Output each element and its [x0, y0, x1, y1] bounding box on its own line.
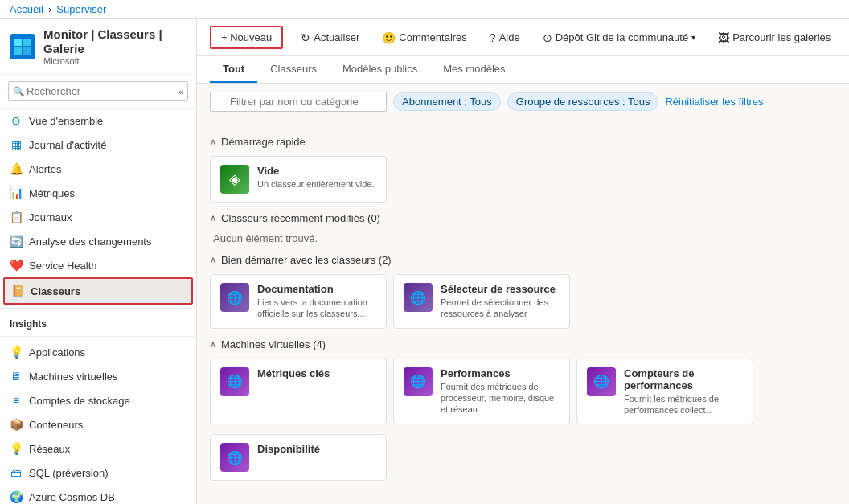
vue-ensemble-icon: ⊙ — [10, 114, 23, 127]
card-vide[interactable]: ◈ Vide Un classeur entièrement vide. — [210, 156, 387, 203]
tab-classeurs[interactable]: Classeurs — [257, 56, 330, 83]
reset-filters-link[interactable]: Réinitialiser les filtres — [665, 96, 763, 108]
sidebar-item-comptes-stockage[interactable]: ≡ Comptes de stockage — [0, 388, 196, 412]
sidebar: Monitor | Classeurs | Galerie Microsoft … — [0, 19, 197, 504]
sidebar-item-label: Service Health — [29, 260, 97, 272]
card-title: Disponibilité — [257, 443, 376, 455]
breadcrumb: Accueil › Superviser — [0, 0, 849, 19]
sidebar-item-journal[interactable]: ▦ Journal d'activité — [0, 133, 196, 157]
sidebar-item-label: Métriques — [29, 187, 75, 199]
no-items-text: Aucun élément trouvé. — [210, 232, 836, 244]
sidebar-item-analyse[interactable]: 🔄 Analyse des changements — [0, 229, 196, 253]
card-icon-vide: ◈ — [220, 165, 249, 194]
search-input[interactable] — [8, 81, 188, 101]
sidebar-item-cosmos[interactable]: 🌍 Azure Cosmos DB — [0, 485, 196, 504]
card-compteurs-performances[interactable]: 🌐 Compteurs de performances Fournit les … — [576, 359, 753, 425]
sidebar-item-applications[interactable]: 💡 Applications — [0, 340, 196, 364]
app-subtitle: Microsoft — [43, 56, 187, 66]
sidebar-item-label: Applications — [29, 346, 85, 359]
classeurs-icon: 📔 — [11, 285, 24, 297]
help-button[interactable]: ? Aide — [485, 28, 525, 47]
sidebar-item-sql[interactable]: 🗃 SQL (préversion) — [0, 461, 196, 485]
git-icon: ⊙ — [543, 31, 552, 44]
filter-bar: 🔍 Abonnement : Tous Groupe de ressources… — [197, 84, 849, 120]
svg-rect-3 — [23, 47, 31, 55]
app-title: Monitor | Classeurs | Galerie — [43, 27, 187, 56]
sidebar-item-label: Azure Cosmos DB — [29, 491, 115, 503]
subscription-filter[interactable]: Abonnement : Tous — [393, 92, 501, 111]
filter-input[interactable] — [210, 92, 387, 112]
reseaux-icon: 💡 — [10, 442, 23, 455]
journal-icon: ▦ — [10, 138, 23, 151]
new-button[interactable]: + Nouveau — [210, 26, 283, 49]
section-title: Démarrage rapide — [221, 136, 306, 148]
tab-modeles-publics[interactable]: Modèles publics — [330, 56, 430, 83]
sidebar-item-label: Vue d'ensemble — [29, 115, 103, 127]
section-title: Classeurs récemment modifiés (0) — [221, 212, 380, 224]
sidebar-item-alertes[interactable]: 🔔 Alertes — [0, 157, 196, 181]
comments-icon: 🙂 — [382, 31, 396, 44]
sidebar-item-label: Journal d'activité — [29, 139, 106, 151]
section-title: Machines virtuelles (4) — [221, 338, 326, 350]
svg-rect-0 — [14, 39, 22, 46]
sidebar-item-metriques[interactable]: 📊 Métriques — [0, 181, 196, 205]
sidebar-item-label: Analyse des changements — [29, 236, 151, 248]
svg-rect-2 — [14, 47, 22, 55]
comptes-stockage-icon: ≡ — [10, 394, 23, 407]
card-icon-disponibilite: 🌐 — [220, 443, 249, 472]
sidebar-item-journaux[interactable]: 📋 Journaux — [0, 205, 196, 229]
gallery: ∧ Démarrage rapide ◈ Vide Un classeur en… — [197, 120, 849, 504]
tab-tout[interactable]: Tout — [210, 56, 257, 83]
card-documentation[interactable]: 🌐 Documentation Liens vers la documentat… — [210, 274, 387, 329]
browse-button[interactable]: 🖼 Parcourir les galeries — [713, 28, 835, 47]
sidebar-item-service-health[interactable]: ❤️ Service Health — [0, 253, 196, 277]
sidebar-item-label: Classeurs — [31, 285, 80, 297]
chevron-icon[interactable]: ∧ — [210, 255, 216, 265]
card-metriques-cles[interactable]: 🌐 Métriques clés — [210, 359, 387, 425]
refresh-button[interactable]: ↻ Actualiser — [296, 28, 364, 47]
collapse-icon[interactable]: « — [178, 87, 183, 96]
card-icon-compteurs: 🌐 — [587, 367, 616, 396]
card-title: Performances — [441, 367, 560, 379]
chevron-icon[interactable]: ∧ — [210, 137, 216, 147]
machines-virtuelles-icon: 🖥 — [10, 370, 23, 383]
card-selecteur-ressource[interactable]: 🌐 Sélecteur de ressource Permet de sélec… — [393, 274, 570, 329]
breadcrumb-accueil[interactable]: Accueil — [10, 3, 43, 15]
cosmos-icon: 🌍 — [10, 490, 23, 503]
card-icon-documentation: 🌐 — [220, 283, 249, 312]
card-title: Vide — [257, 165, 376, 177]
comments-button[interactable]: 🙂 Commentaires — [377, 28, 472, 47]
main-content: + Nouveau ↻ Actualiser 🙂 Commentaires ? … — [197, 19, 849, 504]
journaux-icon: 📋 — [10, 211, 23, 223]
sidebar-item-reseaux[interactable]: 💡 Réseaux — [0, 436, 196, 461]
card-performances[interactable]: 🌐 Performances Fournit des métriques de … — [393, 359, 570, 425]
section-title: Bien démarrer avec les classeurs (2) — [221, 254, 392, 266]
sidebar-item-machines-virtuelles[interactable]: 🖥 Machines virtuelles — [0, 364, 196, 388]
sidebar-item-label: Conteneurs — [29, 419, 83, 431]
chevron-icon[interactable]: ∧ — [210, 213, 216, 223]
tabs: Tout Classeurs Modèles publics Mes modèl… — [197, 56, 849, 84]
card-icon-selecteur: 🌐 — [404, 283, 433, 312]
chevron-down-icon: ▾ — [691, 33, 695, 42]
section-bien-demarrer: ∧ Bien démarrer avec les classeurs (2) — [210, 254, 836, 266]
card-desc: Un classeur entièrement vide. — [257, 178, 376, 190]
cards-bien-demarrer: 🌐 Documentation Liens vers la documentat… — [210, 274, 836, 329]
card-disponibilite[interactable]: 🌐 Disponibilité — [210, 434, 387, 481]
tab-mes-modeles[interactable]: Mes modèles — [430, 56, 518, 83]
sidebar-item-conteneurs[interactable]: 📦 Conteneurs — [0, 412, 196, 436]
card-title: Métriques clés — [257, 367, 376, 379]
sidebar-item-classeurs[interactable]: 📔 Classeurs — [3, 277, 193, 305]
toolbar: + Nouveau ↻ Actualiser 🙂 Commentaires ? … — [197, 19, 849, 56]
breadcrumb-superviser[interactable]: Superviser — [56, 3, 106, 15]
git-button[interactable]: ⊙ Dépôt Git de la communauté ▾ — [538, 28, 700, 47]
alertes-icon: 🔔 — [10, 162, 23, 175]
card-title: Sélecteur de ressource — [441, 283, 560, 295]
svg-rect-1 — [23, 39, 31, 46]
help-icon: ? — [490, 31, 496, 44]
sidebar-item-vue-ensemble[interactable]: ⊙ Vue d'ensemble — [0, 109, 196, 133]
resource-group-filter[interactable]: Groupe de ressources : Tous — [507, 92, 659, 111]
chevron-icon[interactable]: ∧ — [210, 339, 216, 350]
sidebar-item-label: SQL (préversion) — [29, 467, 109, 479]
card-title: Documentation — [257, 283, 376, 295]
service-health-icon: ❤️ — [10, 259, 23, 272]
